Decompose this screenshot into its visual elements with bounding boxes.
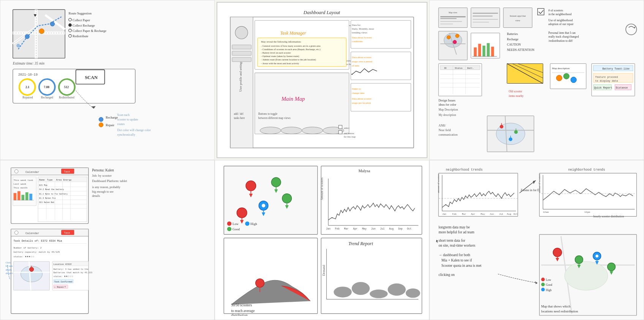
- svg-point-355: [565, 261, 608, 290]
- panel-3-content: Map view Instant app/chat view # of scoo…: [434, 4, 640, 156]
- svg-text:Redistribute: Redistribute: [73, 34, 89, 38]
- svg-point-170: [563, 73, 569, 79]
- svg-text:of time: of time: [352, 64, 359, 67]
- svg-rect-133: [487, 43, 490, 56]
- svg-text:- Areas with the most and leas: - Areas with the most and least activity: [261, 62, 299, 65]
- svg-text:Batteries that match by 45.223: Batteries that match by 45.223: [54, 271, 93, 274]
- svg-text:- Conditions of scooters in ea: - Conditions of scooters in each area (R…: [261, 48, 320, 51]
- svg-point-361: [595, 255, 598, 258]
- svg-text:30/50 scooters: 30/50 scooters: [231, 303, 252, 307]
- svg-point-367: [541, 283, 544, 286]
- svg-text:Map Description: Map Description: [438, 108, 458, 111]
- svg-point-171: [571, 77, 576, 82]
- svg-text:CAUTION: CAUTION: [507, 43, 521, 46]
- svg-text:and button: and button: [344, 132, 354, 135]
- svg-text:- Optimal route (taken by fast: - Optimal route (taken by fastest route): [261, 55, 299, 58]
- svg-point-303: [256, 279, 264, 287]
- svg-text:really track charg/changed: really track charg/changed: [548, 35, 579, 38]
- svg-text:E1.3 Kalen Fix: E1.3 Kalen Fix: [39, 197, 56, 200]
- svg-text:This month: This month: [14, 187, 28, 189]
- svg-text:Sep: Sep: [398, 227, 403, 230]
- panel-complex-notes: Map view Instant app/chat view # of scoo…: [429, 0, 644, 160]
- svg-text:Jun: Jun: [490, 213, 494, 215]
- svg-point-169: [556, 75, 562, 81]
- svg-point-9: [39, 29, 44, 33]
- svg-text:trending views: trending views: [352, 31, 367, 34]
- svg-text:Name: Name: [39, 179, 45, 181]
- svg-text:Feb: Feb: [335, 227, 340, 230]
- svg-text:Recharge: Recharge: [507, 38, 519, 41]
- svg-text:Amount of scooters: Amount of scooters: [320, 177, 324, 200]
- svg-text:Good: Good: [233, 227, 240, 231]
- svg-text:Persona: Kalen: Persona: Kalen: [92, 168, 114, 172]
- svg-text:Task Details of: E372 6334 Mia: Task Details of: E372 6334 Mia: [14, 239, 62, 242]
- svg-point-128: [456, 34, 459, 38]
- svg-text:about it: about it: [6, 272, 13, 274]
- svg-text:Use of neighborhood: Use of neighborhood: [548, 19, 573, 22]
- svg-text:routes: routes: [117, 122, 125, 126]
- svg-point-11: [16, 44, 20, 47]
- svg-point-94: [302, 127, 323, 134]
- svg-text:to display data: to display data: [595, 79, 618, 82]
- svg-text:Low: Low: [233, 222, 239, 226]
- svg-point-315: [388, 284, 405, 296]
- svg-point-270: [246, 181, 256, 191]
- svg-text:in the neighborhood: in the neighborhood: [548, 13, 571, 16]
- svg-text:status: ★★☆☆☆: status: ★★☆☆☆: [54, 275, 73, 278]
- svg-text:Design Issues: Design Issues: [438, 99, 455, 102]
- svg-text:Mar: Mar: [344, 227, 349, 230]
- svg-point-313: [352, 282, 370, 295]
- svg-text:Jun: Jun: [371, 227, 376, 230]
- svg-text:7.88: 7.88: [44, 85, 49, 89]
- svg-text:Instant app/chat: Instant app/chat: [510, 14, 526, 17]
- svg-text:Energy: Energy: [63, 179, 71, 181]
- svg-rect-109: [471, 8, 500, 27]
- panel-1-content: Route Suggestion Collect Paper Collect R…: [4, 4, 210, 156]
- svg-point-16: [69, 24, 72, 27]
- svg-text:Repair: Repair: [106, 123, 114, 127]
- svg-rect-215: [29, 194, 32, 200]
- svg-rect-103: [438, 8, 467, 27]
- svg-text:Recharged: Recharged: [41, 96, 53, 99]
- svg-text:synchronically: synchronically: [117, 133, 135, 136]
- svg-text:hourly scooter distribution: hourly scooter distribution: [593, 215, 624, 218]
- svg-text:neighborhood trends: neighborhood trends: [446, 168, 483, 172]
- svg-rect-132: [483, 46, 486, 56]
- svg-text:battery capacity: match by 45/: battery capacity: match by 45/125: [14, 251, 60, 253]
- svg-text:Jul: Jul: [499, 213, 503, 215]
- svg-text:Data about scooter: Data about scooter: [352, 97, 372, 100]
- svg-text:change time: change time: [352, 92, 364, 94]
- panel-dashboard-layout: Dashboard Layout User profile and settin…: [217, 2, 427, 158]
- svg-text:amount of scooters: amount of scooters: [437, 174, 440, 193]
- svg-text:Job: by scooter: Job: by scooter: [92, 174, 112, 177]
- svg-point-92: [260, 127, 281, 134]
- svg-text:adoption of our repair: adoption of our repair: [548, 22, 574, 26]
- svg-text:High: High: [546, 288, 552, 292]
- svg-text:- Battery level on each scoote: - Battery level on each scooter: [261, 51, 291, 54]
- svg-text:# of scooters: # of scooters: [548, 9, 563, 12]
- svg-rect-213: [21, 195, 24, 200]
- svg-point-10: [50, 22, 54, 26]
- panel-map-charts: Low Good High Malysa Amount of scooters …: [215, 160, 429, 320]
- svg-text:This week task: This week task: [14, 179, 33, 182]
- svg-point-283: [227, 227, 231, 231]
- svg-text:Route Suggestion: Route Suggestion: [69, 11, 92, 15]
- svg-point-20: [69, 35, 72, 38]
- svg-rect-214: [25, 192, 28, 200]
- svg-text:NEEDS ATTENTION: NEEDS ATTENTION: [507, 48, 534, 52]
- svg-text:items nearby: items nearby: [509, 94, 524, 98]
- svg-text:Low: Low: [546, 278, 551, 282]
- panel-4-content: Persona: Kalen Job: by scooter Dashboard…: [4, 164, 210, 316]
- svg-rect-131: [478, 44, 481, 56]
- svg-text:Trend Report: Trend Report: [348, 241, 373, 246]
- svg-text:longterm data may be: longterm data may be: [438, 225, 470, 229]
- svg-point-52: [235, 26, 248, 39]
- svg-marker-373: [535, 281, 538, 284]
- svg-text:Mar: Mar: [462, 213, 466, 215]
- svg-text:Daily, Monthly, most: Daily, Monthly, most: [352, 27, 374, 30]
- svg-text:short term  data for: short term data for: [438, 239, 465, 242]
- svg-text:High: High: [250, 222, 257, 226]
- svg-text:select: select: [344, 127, 350, 129]
- svg-text:add / del: add / del: [234, 112, 243, 116]
- svg-text:Apr: Apr: [471, 213, 475, 215]
